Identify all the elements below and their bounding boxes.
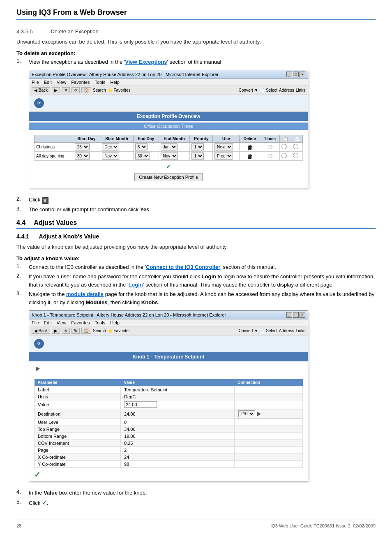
value-label: Temperature Setpoint: [121, 386, 235, 393]
dest-play-icon[interactable]: [257, 412, 261, 416]
row1-times[interactable]: 🕐: [260, 143, 280, 152]
row1-start-month-select[interactable]: Dec: [102, 143, 119, 150]
row1-start-day-select[interactable]: 25: [75, 143, 90, 150]
row1-delete[interactable]: 🗑: [240, 143, 260, 152]
col-start-day: Start Day: [73, 135, 100, 143]
row2-start-month-select[interactable]: Nov: [102, 153, 119, 160]
forward-btn[interactable]: ▶: [52, 87, 60, 93]
login-link[interactable]: Login: [128, 282, 143, 288]
section-441-heading: 4.4.1 Adjust a Knob's Value: [16, 233, 376, 240]
conn-toprange: [234, 426, 302, 433]
times-icon-1[interactable]: 🕐: [267, 145, 272, 149]
footer-doc: IQ3 Web User Guide TC200631 Issue 2, 02/…: [270, 523, 376, 528]
row2-use-select[interactable]: Free: [214, 153, 233, 160]
row2-radio1[interactable]: [280, 152, 291, 161]
times-icon-2[interactable]: 🕐: [267, 154, 272, 158]
param-bottomrange: Bottom Range: [35, 433, 121, 440]
row2-end-day: 30: [133, 152, 159, 161]
conn-userlevel: [234, 419, 302, 426]
conn-destination: L10: [235, 409, 303, 419]
browser-2-menubar: File Edit View Favorites Tools Help: [29, 319, 308, 326]
menu-view[interactable]: View: [57, 80, 67, 85]
knobs-bold: Knobs: [141, 299, 158, 305]
browser-1-toolbar: ◀ Back ▶ ✕ ↻ 🏠 Search ⭐ Favorites Conver…: [29, 86, 308, 95]
home-btn[interactable]: 🏠: [81, 87, 91, 93]
menu-edit[interactable]: Edit: [44, 80, 52, 85]
refresh-btn[interactable]: ↻: [71, 87, 80, 93]
maximize-btn[interactable]: □: [293, 72, 299, 77]
param-units: Units: [35, 393, 121, 400]
forward-btn-2[interactable]: ▶: [52, 328, 60, 334]
back-btn[interactable]: ◀ Back: [32, 87, 50, 93]
row2-delete[interactable]: 🗑: [240, 152, 260, 161]
dest-select[interactable]: L10: [238, 410, 255, 417]
delete-icon-2[interactable]: 🗑: [247, 153, 253, 160]
save-checkmark-2[interactable]: ✓: [34, 471, 40, 479]
row1-radio2[interactable]: [291, 143, 303, 152]
menu2-favorites[interactable]: Favorites: [71, 320, 90, 325]
page-title: Using IQ3 From a Web Browser: [16, 8, 376, 20]
maximize-btn-2[interactable]: □: [293, 312, 299, 318]
back-btn-2[interactable]: ◀ Back: [32, 328, 50, 334]
browser-1-menubar: File Edit View Favorites Tools Help: [29, 79, 308, 86]
conn-bottomrange: [234, 433, 302, 440]
menu2-tools[interactable]: Tools: [95, 320, 106, 325]
minimize-btn[interactable]: _: [286, 72, 292, 77]
col-end-month: End Month: [159, 135, 190, 143]
param-page: Page: [35, 447, 121, 454]
row2-radio2[interactable]: [291, 152, 303, 161]
step-441-1: 1. Connect to the IQ3 controller as desc…: [16, 263, 376, 271]
row2-start-day-select[interactable]: 30: [75, 153, 90, 160]
stop-btn-2[interactable]: ✕: [62, 328, 70, 334]
connect-iq3-link[interactable]: Connect to the IQ3 Controller: [146, 264, 220, 270]
browser-2-titlebar: Knob 1 - Temperature Setpoint : Albery H…: [29, 311, 308, 319]
menu2-file[interactable]: File: [32, 320, 39, 325]
home-btn-2[interactable]: 🏠: [81, 328, 91, 334]
save-checkmark-1[interactable]: ✓: [166, 163, 171, 170]
browser-1-titlebar: Exception Profile Overview : Albery Hous…: [29, 70, 308, 79]
row1-end-month-select[interactable]: Jan: [161, 143, 178, 150]
col-delete: Delete: [240, 135, 260, 143]
section-441-intro: The value of a knob can be adjusted prov…: [16, 243, 376, 251]
row1-end-day-select[interactable]: 5: [135, 143, 148, 150]
conn-xcoord: [234, 454, 302, 461]
module-details-link[interactable]: module details: [66, 291, 104, 297]
knob-row-toprange: Top Range 34.00: [35, 426, 303, 433]
close-btn-2[interactable]: ×: [300, 312, 305, 318]
menu-file[interactable]: File: [32, 80, 39, 85]
close-btn[interactable]: ×: [300, 72, 305, 77]
row2-times[interactable]: 🕐: [260, 152, 280, 161]
row2-start-month: Nov: [100, 152, 134, 161]
play-icon[interactable]: [36, 366, 40, 371]
section-435-intro: Unwanted exceptions can be deleted. This…: [16, 38, 376, 46]
menu2-edit[interactable]: Edit: [44, 320, 52, 325]
row2-priority-select[interactable]: 1: [191, 153, 204, 160]
value-ycoord: 98: [121, 461, 235, 468]
row1-end-month: Jan: [159, 143, 190, 152]
col-copy: 📋: [280, 135, 291, 143]
menu2-help[interactable]: Help: [110, 320, 120, 325]
knob-title: Knob 1 - Temperature Setpoint: [29, 352, 308, 361]
menu2-view[interactable]: View: [57, 320, 67, 325]
refresh-btn-2[interactable]: ↻: [71, 328, 80, 334]
view-exceptions-link[interactable]: View Exceptions: [125, 59, 167, 65]
value-page: 2: [121, 447, 235, 454]
row1-radio1[interactable]: [280, 143, 291, 152]
minimize-btn-2[interactable]: _: [286, 312, 292, 318]
row1-use-select[interactable]: Next: [214, 143, 233, 150]
menu-help[interactable]: Help: [110, 80, 120, 85]
create-exception-btn[interactable]: Create New Exception Profile: [134, 173, 203, 181]
row2-end-day-select[interactable]: 30: [135, 153, 150, 160]
menu-favorites[interactable]: Favorites: [71, 80, 90, 85]
iq3-logo-2: ⟳: [33, 338, 45, 349]
conn-page: [234, 447, 302, 454]
delete-icon-1[interactable]: 🗑: [247, 144, 253, 150]
value-value[interactable]: [121, 400, 235, 409]
row1-priority-select[interactable]: 1: [191, 143, 204, 150]
value-toprange: 34.00: [121, 426, 235, 433]
menu-tools[interactable]: Tools: [95, 80, 106, 85]
step-1: 1. View the exceptions as described in t…: [16, 58, 376, 66]
stop-btn[interactable]: ✕: [62, 87, 70, 93]
param-xcoord: X Co-ordinate: [35, 454, 121, 461]
row2-end-month-select[interactable]: Nov: [161, 153, 178, 160]
